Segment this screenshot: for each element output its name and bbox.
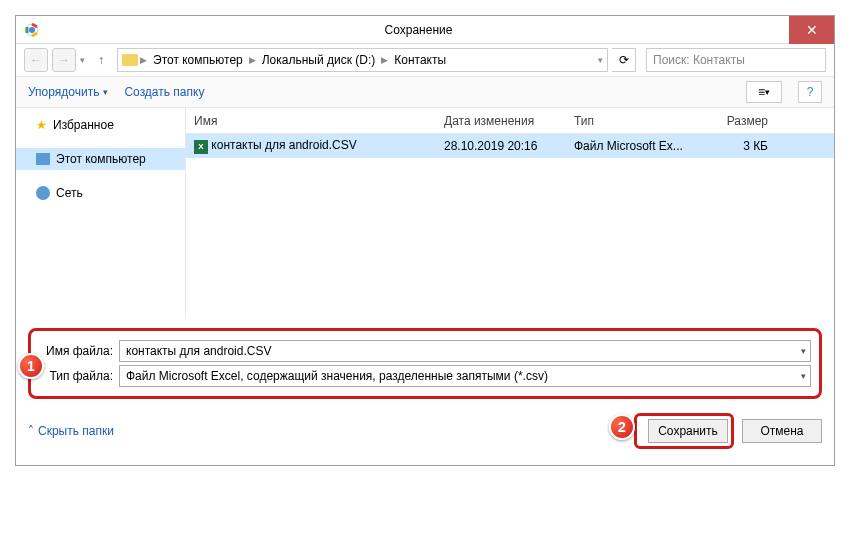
filename-row: Имя файла: контакты для android.CSV▾ [39,340,811,362]
cancel-button[interactable]: Отмена [742,419,822,443]
crumb-folder[interactable]: Контакты [390,53,450,67]
search-placeholder: Поиск: Контакты [653,53,745,67]
col-date[interactable]: Дата изменения [436,114,566,128]
save-dialog: Сохранение ✕ ← → ▾ ↑ ▶ Этот компьютер ▶ … [15,15,835,466]
file-type: Файл Microsoft Ex... [566,139,706,153]
chevron-up-icon: ˄ [28,424,34,438]
help-button[interactable]: ? [798,81,822,103]
col-name[interactable]: Имя [186,114,436,128]
file-row[interactable]: X контакты для android.CSV 28.10.2019 20… [186,134,834,158]
save-button[interactable]: Сохранить [648,419,728,443]
chevron-down-icon[interactable]: ▾ [598,55,603,65]
folder-icon [122,54,138,66]
col-size[interactable]: Размер [706,114,776,128]
footer: ˄Скрыть папки 2 Сохранить Отмена [28,407,822,455]
chrome-icon [24,22,40,38]
column-headers: Имя Дата изменения Тип Размер [186,108,834,134]
network-icon [36,186,50,200]
filetype-select[interactable]: Файл Microsoft Excel, содержащий значени… [119,365,811,387]
star-icon: ★ [36,118,47,132]
titlebar: Сохранение ✕ [16,16,834,44]
file-date: 28.10.2019 20:16 [436,139,566,153]
nav-tree: ★Избранное Этот компьютер Сеть [16,108,186,318]
filename-label: Имя файла: [39,344,119,358]
highlight-box-1: 1 Имя файла: контакты для android.CSV▾ Т… [28,328,822,399]
file-name: контакты для android.CSV [211,138,356,152]
col-type[interactable]: Тип [566,114,706,128]
organize-button[interactable]: Упорядочить ▾ [28,85,108,99]
search-input[interactable]: Поиск: Контакты [646,48,826,72]
file-list: Имя Дата изменения Тип Размер X контакты… [186,108,834,318]
crumb-disk[interactable]: Локальный диск (D:) [258,53,380,67]
highlight-box-2: 2 Сохранить [634,413,734,449]
new-folder-button[interactable]: Создать папку [124,85,204,99]
up-button[interactable]: ↑ [89,48,113,72]
chevron-down-icon[interactable]: ▾ [801,346,806,356]
file-size: 3 КБ [706,139,776,153]
close-button[interactable]: ✕ [789,16,834,44]
bottom-panel: 1 Имя файла: контакты для android.CSV▾ Т… [16,318,834,465]
main-area: ★Избранное Этот компьютер Сеть Имя Дата … [16,108,834,318]
back-button[interactable]: ← [24,48,48,72]
breadcrumb[interactable]: ▶ Этот компьютер ▶ Локальный диск (D:) ▶… [117,48,608,72]
toolbar: Упорядочить ▾ Создать папку ≡ ▾ ? [16,76,834,108]
tree-computer[interactable]: Этот компьютер [16,148,185,170]
chevron-down-icon[interactable]: ▾ [801,371,806,381]
nav-bar: ← → ▾ ↑ ▶ Этот компьютер ▶ Локальный дис… [16,44,834,76]
marker-2: 2 [609,414,635,440]
filename-input[interactable]: контакты для android.CSV▾ [119,340,811,362]
marker-1: 1 [18,353,44,379]
recent-dropdown-icon[interactable]: ▾ [80,55,85,65]
excel-icon: X [194,140,208,154]
crumb-computer[interactable]: Этот компьютер [149,53,247,67]
computer-icon [36,153,50,165]
refresh-button[interactable]: ⟳ [612,48,636,72]
tree-favorites[interactable]: ★Избранное [16,114,185,136]
view-button[interactable]: ≡ ▾ [746,81,782,103]
filetype-label: Тип файла: [39,369,119,383]
chevron-right-icon[interactable]: ▶ [249,55,256,65]
hide-folders-link[interactable]: ˄Скрыть папки [28,424,114,438]
tree-network[interactable]: Сеть [16,182,185,204]
svg-point-1 [29,27,35,33]
forward-button[interactable]: → [52,48,76,72]
window-title: Сохранение [48,23,789,37]
chevron-right-icon[interactable]: ▶ [381,55,388,65]
filetype-row: Тип файла: Файл Microsoft Excel, содержа… [39,365,811,387]
chevron-right-icon[interactable]: ▶ [140,55,147,65]
